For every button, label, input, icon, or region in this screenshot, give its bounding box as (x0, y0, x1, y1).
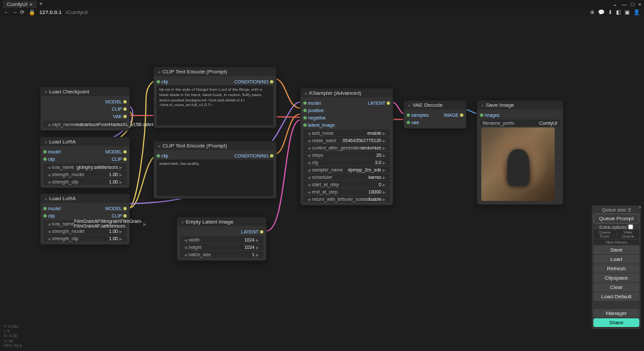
save-button[interactable]: Save (593, 246, 639, 254)
input-model[interactable]: model (303, 101, 321, 105)
node-title[interactable]: Load LoRA (41, 194, 129, 203)
width-field[interactable]: ◀width1024▶ (180, 236, 263, 243)
batch-size-field[interactable]: ◀batch_size1▶ (180, 251, 263, 258)
node-title[interactable]: Load Checkpoint (41, 87, 129, 96)
input-clip[interactable]: clip (157, 79, 169, 84)
scheduler-field[interactable]: ◀schedulerkarras▶ (303, 173, 390, 180)
clipspace-button[interactable]: Clipspace (593, 274, 639, 282)
output-image-preview[interactable] (481, 127, 555, 201)
url-host[interactable]: 127.0.0.1 (39, 9, 61, 15)
output-model[interactable]: MODEL (105, 99, 127, 104)
tab-close-icon[interactable]: × (29, 1, 33, 7)
refresh-button[interactable]: Refresh (593, 264, 639, 273)
output-clip[interactable]: CLIP (111, 214, 127, 218)
strength-model-field[interactable]: ◀strength_model1.00▶ (43, 171, 127, 178)
input-clip[interactable]: clip (157, 153, 169, 158)
node-load-lora-1[interactable]: Load LoRA modelMODEL clipCLIP ◀lora_name… (40, 137, 130, 188)
node-clip-encode-negative[interactable]: CLIP Text Encode (Prompt) clipCONDITIONI… (153, 141, 277, 199)
window-close-icon[interactable]: × (638, 1, 641, 7)
node-title[interactable]: CLIP Text Encode (Prompt) (154, 141, 276, 150)
node-title[interactable]: CLIP Text Encode (Prompt) (154, 67, 276, 76)
add-noise-field[interactable]: ◀add_noiseenable▶ (303, 129, 390, 136)
chat-icon[interactable]: 💬 (598, 9, 605, 15)
manager-button[interactable]: Manager (593, 309, 639, 318)
ext2-icon[interactable]: ▣ (625, 9, 630, 15)
control-panel[interactable]: × Queue size: 0 Queue Prompt Extra optio… (591, 205, 641, 330)
strength-model-field[interactable]: ◀strength_model1.00▶ (43, 228, 127, 234)
sampler-name-field[interactable]: ◀sampler_namedpmpp_2m_sde▶ (303, 166, 390, 173)
output-model[interactable]: MODEL (105, 149, 127, 154)
input-negative[interactable]: negative (303, 115, 325, 120)
load-button[interactable]: Load (593, 255, 639, 264)
start-at-step-field[interactable]: ◀start_at_step0▶ (303, 181, 390, 188)
clear-button[interactable]: Clear (593, 283, 639, 292)
new-tab-button[interactable]: + (39, 1, 43, 7)
output-latent[interactable]: LATENT (368, 101, 390, 105)
output-image[interactable]: IMAGE (443, 113, 463, 117)
filename-prefix-field[interactable]: filename_prefixComfyUI (480, 119, 560, 126)
node-canvas[interactable]: Load Checkpoint MODEL CLIP VAE ◀ckpt_nam… (0, 17, 644, 351)
node-title[interactable]: VAE Decode (404, 101, 466, 109)
output-conditioning[interactable]: CONDITIONING (234, 79, 273, 84)
lora-name-field[interactable]: ◀lora_nameFilmGrainAF\filmgrain\FilmGrai… (43, 220, 127, 227)
output-vae[interactable]: VAE (113, 114, 127, 119)
window-down-icon[interactable]: ⌄ (613, 1, 617, 7)
extra-options-checkbox[interactable] (628, 224, 633, 230)
output-latent[interactable]: LATENT (241, 230, 263, 234)
profile-icon[interactable]: 👤 (633, 9, 640, 15)
end-at-step-field[interactable]: ◀end_at_step10000▶ (303, 188, 390, 195)
panel-close-icon[interactable]: × (639, 205, 641, 210)
nav-forward-icon[interactable]: → (12, 9, 17, 15)
search-icon[interactable]: ⊕ (590, 9, 595, 15)
output-clip[interactable]: CLIP (111, 157, 127, 161)
strength-clip-field[interactable]: ◀strength_clip1.00▶ (43, 235, 127, 242)
reload-icon[interactable]: ⟳ (20, 9, 25, 15)
cfg-field[interactable]: ◀cfg3.0▶ (303, 159, 390, 165)
input-model[interactable]: model (43, 149, 61, 154)
control-after-generate-field[interactable]: ◀control_after_generaterandomize▶ (303, 144, 390, 151)
load-default-button[interactable]: Load Default (593, 292, 639, 301)
view-history-button[interactable]: View History (593, 240, 639, 245)
node-clip-encode-positive[interactable]: CLIP Text Encode (Prompt) clipCONDITIONI… (153, 67, 277, 128)
height-field[interactable]: ◀height1024▶ (180, 244, 263, 250)
input-latent[interactable]: latent_image (303, 123, 335, 127)
share-button[interactable]: Share (593, 318, 639, 327)
output-conditioning[interactable]: CONDITIONING (234, 153, 273, 158)
view-queue-button[interactable]: View Queue (617, 230, 639, 239)
input-positive[interactable]: positive (303, 108, 324, 113)
lora-name-field[interactable]: ◀lora_namegldnglry.safetensors▶ (43, 163, 127, 170)
node-ksampler-advanced[interactable]: KSampler (Advanced) modelLATENT positive… (300, 88, 393, 206)
output-model[interactable]: MODEL (105, 206, 127, 211)
node-title[interactable]: Empty Latent Image (177, 218, 266, 226)
node-title[interactable]: KSampler (Advanced) (301, 89, 393, 97)
output-clip[interactable]: CLIP (111, 107, 127, 111)
queue-prompt-button[interactable]: Queue Prompt (593, 214, 639, 224)
browser-tab[interactable]: ComfyUI × (3, 1, 37, 8)
node-title[interactable]: Load LoRA (41, 137, 129, 146)
steps-field[interactable]: ◀steps20▶ (303, 151, 390, 158)
input-clip[interactable]: clip (43, 214, 55, 218)
node-load-lora-2[interactable]: Load LoRA modelMODEL clipCLIP ◀lora_name… (40, 194, 130, 245)
window-max-icon[interactable]: □ (631, 1, 634, 7)
node-save-image[interactable]: Save Image images filename_prefixComfyUI (477, 100, 563, 205)
window-min-icon[interactable]: — (621, 1, 627, 7)
prompt-text-input[interactable]: fat cat in the style of Nazgul from Lord… (157, 85, 273, 125)
node-load-checkpoint[interactable]: Load Checkpoint MODEL CLIP VAE ◀ckpt_nam… (40, 87, 130, 131)
input-clip[interactable]: clip (43, 157, 55, 161)
node-empty-latent[interactable]: Empty Latent Image LATENT ◀width1024▶ ◀h… (177, 217, 267, 261)
prompt-text-input[interactable]: watermark, low quality, (157, 159, 273, 196)
noise-seed-field[interactable]: ◀noise_seed354643562775126▶ (303, 137, 390, 143)
nav-back-icon[interactable]: ← (4, 9, 9, 15)
input-images[interactable]: images (480, 113, 500, 117)
download-icon[interactable]: ⬇ (608, 9, 613, 15)
strength-clip-field[interactable]: ◀strength_clip1.00▶ (43, 178, 127, 185)
input-model[interactable]: model (43, 206, 61, 211)
ext1-icon[interactable]: ◧ (616, 9, 621, 15)
node-title[interactable]: Save Image (477, 101, 563, 109)
input-vae[interactable]: vae (407, 120, 419, 125)
queue-front-button[interactable]: Queue Front (593, 230, 616, 239)
ckpt-name-field[interactable]: ◀ckpt_namerealcartoonFromHadesXL_v15B.sa… (43, 121, 127, 127)
return-leftover-noise-field[interactable]: ◀return_with_leftover_noisedisable▶ (303, 196, 390, 202)
node-vae-decode[interactable]: VAE Decode samplesIMAGE vae (403, 100, 467, 129)
input-samples[interactable]: samples (407, 113, 429, 117)
